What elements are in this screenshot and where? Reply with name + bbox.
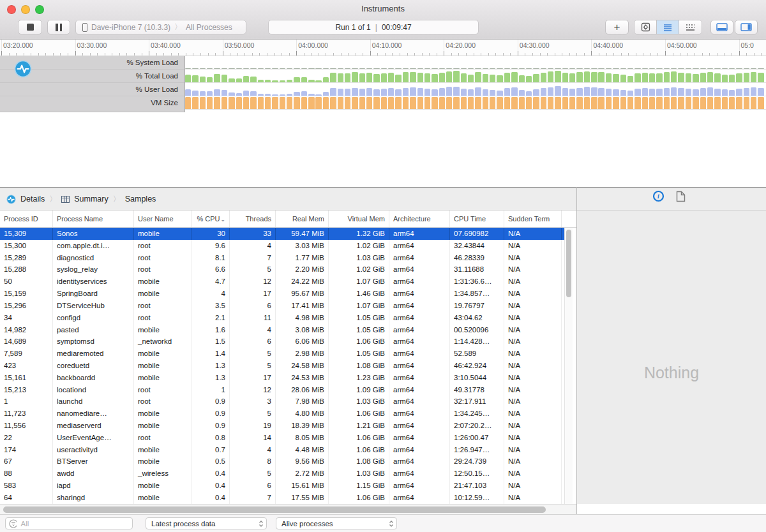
table-cell: arm64 xyxy=(389,312,450,324)
document-inspector-icon[interactable] xyxy=(676,191,686,202)
table-row[interactable]: 88awdd_wireless0.452.72 MiB1.03 GiBarm64… xyxy=(0,468,564,480)
chart-bar xyxy=(548,87,553,96)
ruler-tick xyxy=(481,53,481,55)
chart-bar xyxy=(576,72,582,82)
table-cell: 1.06 GiB xyxy=(329,336,389,348)
process-lifetime-popup[interactable]: Alive processes xyxy=(276,517,397,529)
horizontal-scrollbar[interactable] xyxy=(0,504,576,514)
ruler-tick xyxy=(274,53,275,55)
ruler-tick xyxy=(680,53,680,55)
run-status-display[interactable]: Run 1 of 1 | 00:09:47 xyxy=(268,20,479,34)
table-cell: 4 xyxy=(230,444,276,456)
column-header-threads[interactable]: Threads xyxy=(230,211,276,227)
track-lane[interactable] xyxy=(185,83,766,96)
table-cell: 583 xyxy=(0,480,53,492)
horizontal-scrollbar-thumb[interactable] xyxy=(3,506,546,513)
ruler-tick xyxy=(244,53,245,55)
chart-bar xyxy=(758,73,763,82)
toggle-right-pane-button[interactable] xyxy=(735,20,758,34)
table-row[interactable]: 64sharingdmobile0.4717.55 MiB1.06 GiBarm… xyxy=(0,492,564,504)
table-row[interactable]: 15,309Sonosmobile303359.47 MiB1.32 GiBar… xyxy=(0,228,564,240)
column-header-process-id[interactable]: Process ID xyxy=(0,211,53,227)
data-source-popup[interactable]: Latest process data xyxy=(146,517,267,529)
vertical-scrollbar[interactable] xyxy=(564,228,573,504)
table-cell: 15,309 xyxy=(0,228,53,240)
column-header-process-name[interactable]: Process Name xyxy=(53,211,134,227)
timeline-ruler[interactable]: 03:20.00003:30.00003:40.00003:50.00004:0… xyxy=(0,40,766,56)
chart-bar xyxy=(229,68,234,69)
breadcrumb-summary[interactable]: Summary xyxy=(74,195,108,203)
column-header--cpu[interactable]: % CPU⌄ xyxy=(192,211,230,227)
filter-field[interactable] xyxy=(5,517,133,529)
table-row[interactable]: 15,296DTServiceHubroot3.5617.41 MiB1.07 … xyxy=(0,300,564,312)
table-row[interactable]: 1launchdroot0.937.98 MiB1.03 GiBarm6432:… xyxy=(0,395,564,408)
table-row[interactable]: 15,213locationdroot11228.06 MiB1.09 GiBa… xyxy=(0,384,564,396)
table-cell: 0.8 xyxy=(192,432,230,444)
table-cell: mobile xyxy=(134,276,192,288)
table-row[interactable]: 15,161backboarddmobile1.31724.53 MiB1.23… xyxy=(0,372,564,384)
chart-bar xyxy=(410,87,416,96)
breadcrumb-details[interactable]: Details xyxy=(20,195,45,203)
stop-record-button[interactable] xyxy=(18,20,42,34)
chart-bar xyxy=(461,89,467,96)
table-row[interactable]: 15,159SpringBoardmobile41795.67 MiB1.46 … xyxy=(0,288,564,300)
table-row[interactable]: 14,689symptomsd_networkd1.566.06 MiB1.06… xyxy=(0,336,564,348)
table-row[interactable]: 11,556mediaserverdmobile0.91918.39 MiB1.… xyxy=(0,420,564,432)
chart-bar xyxy=(686,73,691,82)
table-row[interactable]: 7,589mediaremotedmobile1.452.98 MiB1.05 … xyxy=(0,348,564,360)
table-cell: mobile xyxy=(134,444,192,456)
breadcrumb-samples[interactable]: Samples xyxy=(125,195,156,203)
target-selector[interactable]: Dave-iPhone 7 (10.3.3) 〉 All Processes xyxy=(75,20,246,34)
ruler-tick xyxy=(732,53,732,55)
table-row[interactable]: 15,289diagnosticdroot8.171.77 MiB1.03 Gi… xyxy=(0,252,564,264)
grid-view-button[interactable] xyxy=(679,20,702,34)
pause-button[interactable] xyxy=(47,20,70,34)
table-row[interactable]: 174useractivitydmobile0.744.48 MiB1.06 G… xyxy=(0,444,564,456)
track-chart[interactable] xyxy=(185,56,766,112)
list-view-button[interactable] xyxy=(657,20,679,34)
column-header-cpu-time[interactable]: CPU Time xyxy=(450,211,504,227)
table-row[interactable]: 15,288syslog_relayroot6.652.20 MiB1.02 G… xyxy=(0,263,564,276)
extended-detail-info-icon[interactable]: i xyxy=(652,190,665,202)
table-row[interactable]: 15,300com.apple.dt.i…root9.643.03 MiB1.0… xyxy=(0,240,564,252)
chart-bar xyxy=(446,71,452,82)
chart-bar xyxy=(598,72,604,82)
filter-input[interactable] xyxy=(19,519,129,528)
table-cell: coreduetd xyxy=(53,360,134,372)
chart-bar xyxy=(366,73,372,82)
table-cell: 1.15 GiB xyxy=(329,480,389,492)
table-cell: N/A xyxy=(504,360,562,372)
track-lane[interactable] xyxy=(185,96,766,110)
track-lane[interactable] xyxy=(185,70,766,83)
chart-bar xyxy=(468,89,474,96)
column-header-architecture[interactable]: Architecture xyxy=(389,211,450,227)
record-settings-button[interactable] xyxy=(635,20,657,34)
column-header-user-name[interactable]: User Name xyxy=(134,211,192,227)
chart-bar xyxy=(562,97,568,109)
chart-bar xyxy=(700,73,706,82)
chart-bar xyxy=(185,89,191,96)
activity-monitor-track-header[interactable]: % System Load% Total Load% User LoadVM S… xyxy=(0,56,185,112)
column-header-virtual-mem[interactable]: Virtual Mem xyxy=(329,211,389,227)
table-row[interactable]: 423coreduetdmobile1.3524.58 MiB1.08 GiBa… xyxy=(0,360,564,372)
table-cell: mobile xyxy=(134,288,192,300)
table-row[interactable]: 67BTServermobile0.589.56 MiB1.08 GiBarm6… xyxy=(0,455,564,468)
table-row[interactable]: 11,723nanomediare…mobile0.954.80 MiB1.06… xyxy=(0,408,564,420)
ruler-tick xyxy=(31,53,31,55)
ruler-time-label: 03:50.000 xyxy=(225,41,255,49)
column-header-sudden-term[interactable]: Sudden Term xyxy=(504,211,562,227)
table-cell: N/A xyxy=(504,276,562,288)
table-row[interactable]: 14,982pastedmobile1.643.08 MiB1.05 GiBar… xyxy=(0,324,564,336)
ruler-tick xyxy=(60,53,61,55)
column-header-real-mem[interactable]: Real Mem xyxy=(276,211,329,227)
table-cell: 1:14.428… xyxy=(450,336,504,348)
ruler-time-label: 04:10.000 xyxy=(372,41,402,49)
table-row[interactable]: 22UserEventAge…root0.8148.05 MiB1.06 GiB… xyxy=(0,432,564,444)
table-row[interactable]: 34configdroot2.1114.98 MiB1.05 GiBarm644… xyxy=(0,312,564,324)
track-lane[interactable] xyxy=(185,56,766,70)
table-row[interactable]: 583iapdmobile0.4615.61 MiB1.15 GiBarm642… xyxy=(0,480,564,492)
table-row[interactable]: 50identityservicesmobile4.71224.22 MiB1.… xyxy=(0,276,564,288)
add-instrument-button[interactable]: + xyxy=(605,20,629,34)
toggle-bottom-pane-button[interactable] xyxy=(710,20,733,34)
vertical-scrollbar-thumb[interactable] xyxy=(566,230,571,297)
